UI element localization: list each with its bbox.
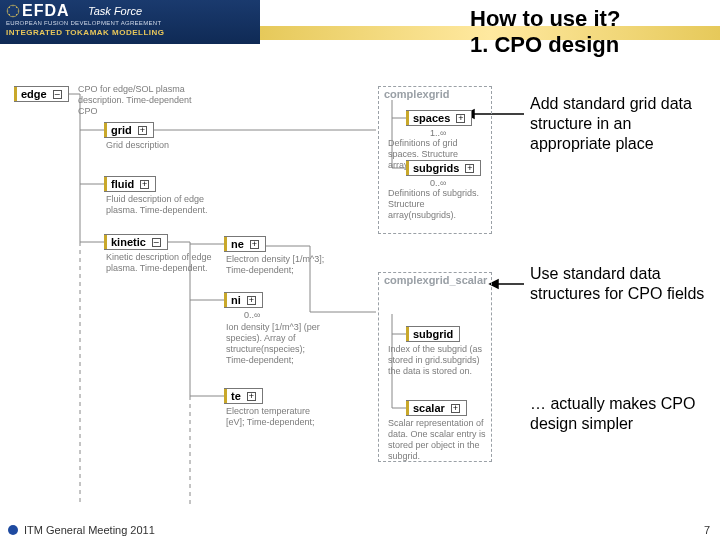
expand-icon: + [451,404,460,413]
page-number: 7 [704,524,710,536]
footer-text: ITM General Meeting 2011 [24,524,155,536]
annotation-3: … actually makes CPO design simpler [530,394,710,434]
expand-icon: + [140,180,149,189]
node-edge-label: edge [21,88,47,100]
agreement-text: EUROPEAN FUSION DEVELOPMENT AGREEMENT [6,20,161,26]
node-ne-label: ne [231,238,244,250]
node-fluid-label: fluid [111,178,134,190]
node-grid: grid+ [104,122,154,138]
svg-point-0 [7,5,19,17]
expand-icon: + [250,240,259,249]
slide-title-line1: How to use it? [470,6,620,32]
desc-ni: Ion density [1/m^3] (per species). Array… [226,322,326,366]
svg-point-8 [16,14,17,15]
desc-grid: Grid description [106,140,206,151]
header-brand: EFDA Task Force EUROPEAN FUSION DEVELOPM… [0,0,260,44]
node-te: te+ [224,388,263,404]
bullet-icon [8,525,18,535]
svg-point-6 [16,7,17,8]
group1-title: complexgrid [384,88,449,100]
node-scalar: scalar+ [406,400,467,416]
expand-icon: + [138,126,147,135]
card-subgrids: 0..∞ [430,178,446,188]
node-subgrid: subgrid [406,326,460,342]
node-subgrid-label: subgrid [413,328,453,340]
desc-scalar: Scalar representation of data. One scala… [388,418,488,462]
desc-subgrids: Definitions of subgrids. Structure array… [388,188,488,221]
svg-point-2 [12,16,13,17]
node-ne: ne+ [224,236,266,252]
svg-point-7 [9,14,10,15]
desc-ne: Electron density [1/m^3]; Time-dependent… [226,254,326,276]
group2-title: complexgrid_scalar [384,274,487,286]
desc-subgrid: Index of the subgrid (as stored in grid.… [388,344,488,377]
expand-icon: + [247,392,256,401]
node-subgrids: subgrids+ [406,160,481,176]
itm-text: INTEGRATED TOKAMAK MODELLING [6,28,165,37]
desc-edge: CPO for edge/SOL plasma description. Tim… [78,84,208,117]
annotation-2: Use standard data structures for CPO fie… [530,264,710,304]
node-grid-label: grid [111,124,132,136]
slide-title-line2: 1. CPO design [470,32,619,58]
efda-logo-text: EFDA [22,2,70,20]
desc-te: Electron temperature [eV]; Time-dependen… [226,406,326,428]
node-ni-label: ni [231,294,241,306]
expand-icon: + [247,296,256,305]
svg-point-4 [18,10,19,11]
desc-fluid: Fluid description of edge plasma. Time-d… [106,194,236,216]
expand-icon: + [456,114,465,123]
expand-icon: + [465,164,474,173]
node-te-label: te [231,390,241,402]
expand-icon: – [53,90,62,99]
node-scalar-label: scalar [413,402,445,414]
footer: ITM General Meeting 2011 [8,524,155,536]
taskforce-text: Task Force [88,5,142,17]
node-subgrids-label: subgrids [413,162,459,174]
card-ni: 0..∞ [244,310,260,320]
node-spaces-label: spaces [413,112,450,124]
node-edge: edge – [14,86,69,102]
desc-kinetic: Kinetic description of edge plasma. Time… [106,252,236,274]
svg-point-3 [7,10,8,11]
svg-point-5 [9,7,10,8]
node-fluid: fluid+ [104,176,156,192]
card-spaces: 1..∞ [430,128,446,138]
node-kinetic: kinetic– [104,234,168,250]
node-kinetic-label: kinetic [111,236,146,248]
annotation-1: Add standard grid data structure in an a… [530,94,700,154]
expand-icon: – [152,238,161,247]
efda-star-icon [6,4,20,18]
node-spaces: spaces+ [406,110,472,126]
node-ni: ni+ [224,292,263,308]
diagram-area: edge – CPO for edge/SOL plasma descripti… [0,64,720,510]
svg-point-1 [12,5,13,6]
